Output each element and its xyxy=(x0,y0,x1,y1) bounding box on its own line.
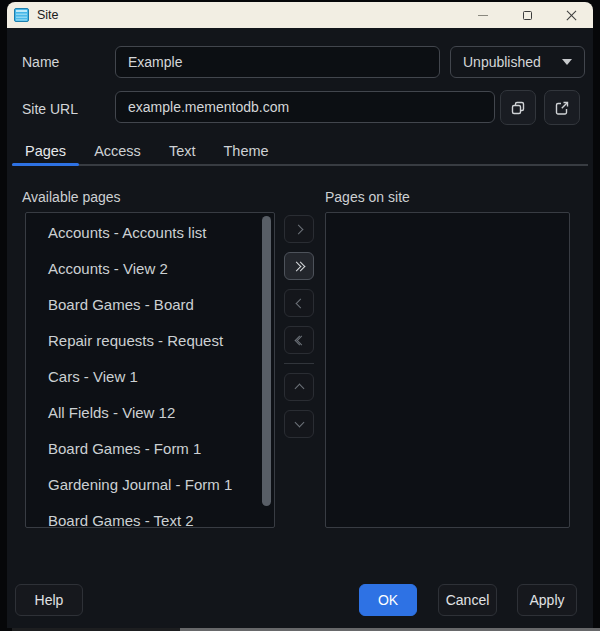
close-icon xyxy=(566,10,577,21)
scrollbar-thumb[interactable] xyxy=(262,216,271,506)
site-dialog-window: Site Name Unpublished Site URL Pages Acc… xyxy=(7,2,593,628)
move-all-right-button[interactable] xyxy=(284,252,314,280)
tab-access[interactable]: Access xyxy=(81,138,154,164)
name-input[interactable] xyxy=(115,46,440,78)
list-item[interactable]: Accounts - View 2 xyxy=(26,251,274,287)
chevron-right-icon xyxy=(293,224,303,234)
status-dropdown-value: Unpublished xyxy=(463,54,541,70)
name-label: Name xyxy=(22,54,59,70)
copy-url-button[interactable] xyxy=(500,90,536,125)
site-url-label: Site URL xyxy=(22,101,78,117)
available-pages-items: Accounts - Accounts listAccounts - View … xyxy=(26,215,274,528)
site-url-input[interactable] xyxy=(115,91,495,123)
maximize-icon xyxy=(523,11,532,20)
available-pages-list[interactable]: Accounts - Accounts listAccounts - View … xyxy=(25,212,275,528)
chevron-up-icon xyxy=(294,384,304,394)
list-item[interactable]: Board Games - Board xyxy=(26,287,274,323)
titlebar: Site xyxy=(7,2,593,28)
move-left-button[interactable] xyxy=(284,289,314,317)
chevron-down-icon2 xyxy=(294,418,304,428)
list-item[interactable]: Gardening Journal - Form 1 xyxy=(26,467,274,503)
move-up-button[interactable] xyxy=(284,373,314,401)
app-icon xyxy=(14,8,29,22)
tab-bar: Pages Access Text Theme xyxy=(12,138,588,166)
tab-theme[interactable]: Theme xyxy=(210,138,281,164)
divider xyxy=(284,363,314,364)
minimize-icon xyxy=(478,15,488,16)
list-item[interactable]: Accounts - Accounts list xyxy=(26,215,274,251)
pages-on-site-label: Pages on site xyxy=(325,189,410,205)
list-item[interactable]: All Fields - View 12 xyxy=(26,395,274,431)
chevron-down-icon xyxy=(562,59,572,65)
pages-on-site-list[interactable] xyxy=(325,212,570,528)
list-item[interactable]: Cars - View 1 xyxy=(26,359,274,395)
scrollbar-track[interactable] xyxy=(262,214,271,526)
window-title: Site xyxy=(37,8,59,22)
open-site-button[interactable] xyxy=(544,90,580,125)
chevron-left-icon xyxy=(295,298,305,308)
cancel-button[interactable]: Cancel xyxy=(438,584,497,616)
list-item[interactable]: Board Games - Form 1 xyxy=(26,431,274,467)
tab-text[interactable]: Text xyxy=(156,138,209,164)
close-button[interactable] xyxy=(549,2,593,28)
maximize-button[interactable] xyxy=(505,2,549,28)
external-link-icon xyxy=(554,100,570,116)
status-dropdown[interactable]: Unpublished xyxy=(450,46,585,78)
move-down-button[interactable] xyxy=(284,410,314,438)
minimize-button[interactable] xyxy=(461,2,505,28)
move-all-left-button[interactable] xyxy=(284,326,314,354)
available-pages-label: Available pages xyxy=(22,189,121,205)
copy-icon xyxy=(510,100,526,116)
list-item[interactable]: Board Games - Text 2 xyxy=(26,503,274,528)
ok-button[interactable]: OK xyxy=(359,584,417,616)
transfer-buttons xyxy=(284,215,314,447)
move-right-button[interactable] xyxy=(284,215,314,243)
tab-pages[interactable]: Pages xyxy=(12,138,79,164)
apply-button[interactable]: Apply xyxy=(517,584,577,616)
help-button[interactable]: Help xyxy=(15,584,83,616)
window-controls xyxy=(461,2,593,28)
list-item[interactable]: Repair requests - Request xyxy=(26,323,274,359)
